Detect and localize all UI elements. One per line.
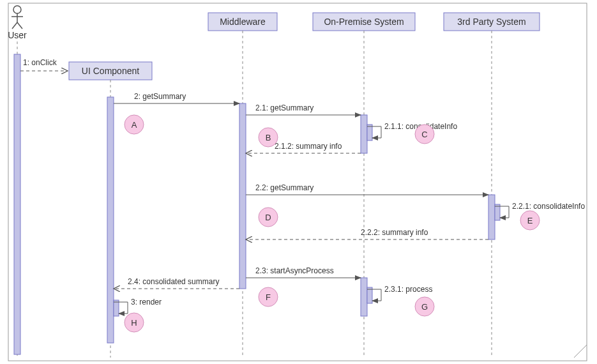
svg-text:2.3: startAsyncProcess: 2.3: startAsyncProcess (255, 266, 334, 275)
participant-third-party: 3rd Party System (444, 13, 540, 358)
svg-text:D: D (265, 213, 271, 222)
activation-user (14, 54, 20, 354)
svg-text:A: A (132, 120, 137, 130)
svg-rect-33 (367, 287, 372, 303)
participant-label-tp: 3rd Party System (457, 17, 525, 27)
svg-text:2.2.2: summary info: 2.2.2: summary info (361, 228, 428, 237)
svg-text:G: G (421, 302, 428, 312)
note-e: E (520, 211, 540, 230)
svg-text:2.1: getSummary: 2.1: getSummary (255, 103, 314, 112)
participant-ui-component: UI Component (69, 62, 152, 358)
svg-text:2.2: getSummary: 2.2: getSummary (255, 183, 314, 192)
svg-line-4 (12, 22, 17, 29)
svg-rect-37 (114, 300, 119, 316)
participant-label-mw: Middleware (220, 17, 266, 27)
svg-text:2.2.1: consolidateInfo: 2.2.1: consolidateInfo (512, 202, 585, 211)
message-2-2-1-consolidateinfo: 2.2.1: consolidateInfo (495, 202, 585, 220)
svg-rect-21 (367, 125, 372, 140)
svg-text:B: B (266, 133, 271, 142)
svg-line-5 (17, 22, 22, 29)
svg-text:F: F (266, 292, 271, 302)
message-getsummary: 2: getSummary (114, 92, 239, 103)
activation-tp (488, 195, 495, 239)
message-2-2-2-summaryinfo: 2.2.2: summary info (246, 228, 488, 239)
message-2-1-getsummary: 2.1: getSummary (246, 103, 361, 115)
message-2-2-getsummary: 2.2: getSummary (246, 183, 488, 195)
participant-on-premise: On-Premise System (313, 13, 415, 358)
svg-text:3: render: 3: render (131, 298, 162, 307)
svg-text:2: getSummary: 2: getSummary (134, 92, 186, 101)
svg-text:2.4: consolidated summary: 2.4: consolidated summary (128, 277, 219, 286)
note-c: C (415, 125, 434, 144)
svg-point-1 (13, 6, 21, 13)
activation-op-1 (361, 115, 367, 153)
activation-ui (107, 97, 114, 343)
note-h: H (125, 313, 144, 332)
note-f: F (259, 287, 278, 307)
svg-rect-0 (8, 3, 587, 361)
note-d: D (259, 208, 278, 227)
message-2-4-consolidated-summary: 2.4: consolidated summary (114, 277, 239, 289)
svg-text:C: C (421, 130, 427, 139)
participant-label-op: On-Premise System (324, 17, 404, 27)
svg-text:E: E (527, 216, 533, 225)
participant-label-ui: UI Component (82, 66, 139, 76)
note-g: G (415, 297, 434, 316)
note-a: A (125, 115, 144, 134)
actor-label: User (8, 30, 27, 40)
message-2-1-1-consolidateinfo: 2.1.1: consolidateInfo (367, 122, 457, 140)
activation-mw (239, 103, 246, 289)
activation-op-2 (361, 278, 367, 316)
svg-text:1: onClick: 1: onClick (23, 58, 57, 67)
svg-rect-27 (495, 204, 500, 220)
svg-text:2.1.2: summary info: 2.1.2: summary info (275, 142, 342, 151)
message-2-3-startasyncprocess: 2.3: startAsyncProcess (246, 266, 361, 278)
note-b: B (259, 128, 278, 147)
svg-text:H: H (131, 318, 137, 328)
message-onclick: 1: onClick (20, 58, 68, 71)
svg-text:2.3.1: process: 2.3.1: process (384, 285, 432, 294)
